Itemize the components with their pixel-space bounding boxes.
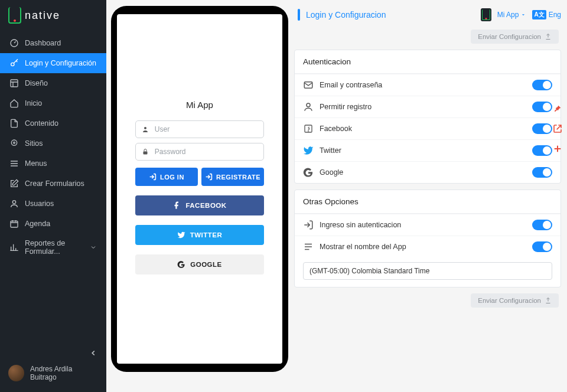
option-label: Mostrar el nombre del App [320, 243, 406, 251]
auth-card: Autenticacion Email y contraseña Permiti… [294, 50, 561, 184]
app-selector-label: Mi App [497, 11, 519, 19]
facebook-icon [303, 123, 314, 134]
language-toggle[interactable]: A文 Eng [532, 10, 561, 19]
google-icon [177, 260, 185, 269]
menu-icon [9, 159, 19, 168]
svg-rect-8 [143, 152, 147, 155]
sidebar-nav: Dashboard Login y Configuración Diseño I… [0, 33, 106, 261]
option-label: Ingreso sin autenticacion [320, 221, 401, 229]
google-icon [303, 167, 314, 178]
preview-password-input[interactable] [155, 148, 258, 156]
sidebar-item-home[interactable]: Inicio [0, 93, 106, 113]
timezone-select[interactable]: (GMT-05:00) Colombia Standard Time [303, 262, 552, 280]
phone-logo-icon [8, 7, 21, 24]
sidebar-item-design[interactable]: Diseño [0, 73, 106, 93]
mini-phone-logo-icon [481, 8, 491, 21]
svg-point-7 [144, 127, 146, 129]
svg-point-5 [12, 201, 15, 204]
other-option-show-app-name: Mostrar el nombre del App [295, 236, 561, 257]
user-name-label: Andres Ardila Buitrago [30, 365, 98, 381]
sidebar-item-label: Login y Configuración [25, 59, 96, 67]
sidebar: native Dashboard Login y Configuración D… [0, 0, 106, 392]
other-card-title: Otras Opciones [295, 190, 561, 214]
svg-point-3 [11, 140, 17, 145]
user-icon [303, 102, 314, 112]
preview-twitter-button[interactable]: TWITTER [135, 225, 264, 245]
config-panel: Login y Configuracion Mi App A文 Eng Envi… [294, 6, 561, 386]
preview-login-button[interactable]: LOG IN [135, 168, 198, 186]
current-user[interactable]: Andres Ardila Buitrago [0, 360, 106, 386]
other-option-anon-login: Ingreso sin autenticacion [295, 214, 561, 236]
calendar-icon [9, 219, 19, 228]
other-options-card: Otras Opciones Ingreso sin autenticacion… [294, 190, 561, 288]
sidebar-item-menus[interactable]: Menus [0, 153, 106, 174]
signin-arrow-icon [149, 173, 157, 181]
button-label: TWITTER [190, 231, 223, 239]
pin-icon [9, 139, 19, 148]
gauge-icon [9, 38, 19, 48]
share-action-icon[interactable] [553, 124, 562, 133]
sidebar-item-label: Diseño [25, 79, 48, 87]
signin-arrow-icon [205, 173, 213, 181]
sidebar-item-dashboard[interactable]: Dashboard [0, 33, 106, 53]
sidebar-item-create-forms[interactable]: Crear Formularios [0, 174, 106, 194]
sidebar-item-users[interactable]: Usuarios [0, 194, 106, 214]
add-action-icon[interactable] [553, 144, 562, 153]
chart-icon [9, 243, 19, 252]
key-icon [9, 58, 19, 68]
sidebar-item-label: Crear Formularios [25, 179, 84, 188]
sidebar-item-label: Agenda [25, 220, 50, 228]
brand-logo[interactable]: native [0, 0, 106, 30]
button-label: FACEBOOK [185, 202, 226, 209]
svg-point-10 [307, 103, 310, 107]
sidebar-collapse-button[interactable] [87, 347, 99, 359]
sidebar-item-label: Sitios [25, 139, 43, 148]
send-config-button-top[interactable]: Enviar Configuracion [471, 30, 559, 44]
app-selector[interactable]: Mi App [497, 11, 527, 19]
auth-card-title: Autenticacion [295, 50, 561, 74]
sidebar-item-form-reports[interactable]: Reportes de Formular... [0, 234, 106, 261]
floating-actions-rail [549, 100, 567, 157]
user-icon [9, 199, 19, 208]
main-area: Mi App LOG IN [106, 0, 567, 392]
sidebar-item-label: Dashboard [25, 39, 61, 47]
accent-bar [298, 9, 300, 21]
preview-user-field[interactable] [135, 120, 264, 138]
preview-user-input[interactable] [155, 125, 258, 133]
option-label: Google [320, 168, 343, 177]
preview-register-button[interactable]: REGISTRATE [201, 168, 264, 186]
button-label: Enviar Configuracion [478, 297, 541, 304]
login-arrow-icon [303, 220, 314, 230]
sidebar-item-agenda[interactable]: Agenda [0, 214, 106, 234]
layout-icon [9, 79, 19, 88]
config-title: Login y Configuracion [306, 10, 386, 19]
toggle-anon-login[interactable] [532, 220, 552, 230]
send-config-button-bottom[interactable]: Enviar Configuracion [471, 293, 559, 308]
config-topbar: Login y Configuracion Mi App A文 Eng [294, 6, 561, 24]
upload-icon [545, 33, 552, 40]
sidebar-item-content[interactable]: Contenido [0, 113, 106, 133]
sidebar-item-login-config[interactable]: Login y Configuración [0, 53, 106, 73]
button-label: GOOGLE [190, 261, 221, 268]
sidebar-item-sites[interactable]: Sitios [0, 133, 106, 153]
toggle-email[interactable] [532, 80, 552, 90]
toggle-google[interactable] [532, 167, 552, 178]
mail-icon [303, 80, 314, 90]
button-label: LOG IN [160, 174, 184, 181]
preview-google-button[interactable]: GOOGLE [135, 254, 264, 275]
sidebar-item-label: Contenido [25, 119, 58, 128]
option-label: Twitter [320, 146, 341, 155]
toggle-show-app-name[interactable] [532, 241, 552, 252]
sidebar-item-label: Inicio [25, 99, 42, 107]
translate-icon: A文 [532, 10, 546, 19]
sidebar-item-label: Reportes de Formular... [25, 239, 84, 256]
auth-option-email: Email y contraseña [295, 74, 561, 96]
preview-password-field[interactable] [135, 143, 264, 161]
option-label: Facebook [320, 125, 352, 133]
chevron-down-icon [90, 243, 97, 252]
language-label: Eng [549, 11, 561, 19]
pin-action-icon[interactable] [553, 104, 562, 113]
auth-option-google: Google [295, 161, 561, 183]
preview-facebook-button[interactable]: FACEBOOK [135, 195, 264, 215]
sidebar-item-label: Usuarios [25, 200, 54, 208]
